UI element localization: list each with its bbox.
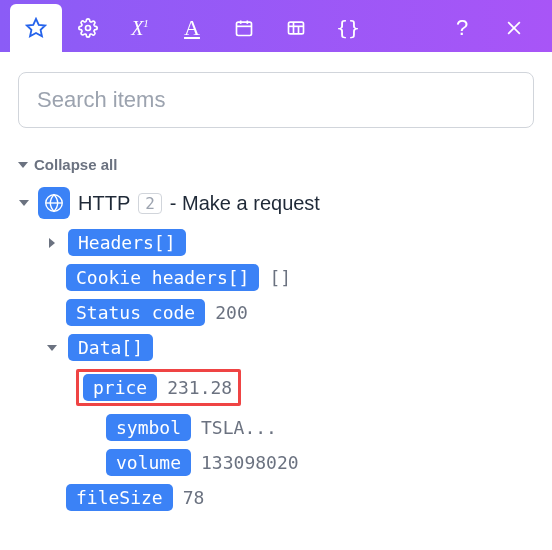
svg-marker-0 bbox=[27, 19, 45, 36]
search-input[interactable] bbox=[18, 72, 534, 128]
toolbar: X1 A {} ? bbox=[0, 0, 552, 52]
cookie-row[interactable]: Cookie headers[] [] bbox=[66, 264, 534, 291]
filesize-value: 78 bbox=[183, 487, 205, 508]
svg-rect-2 bbox=[237, 22, 252, 35]
close-button[interactable] bbox=[488, 4, 540, 52]
font-icon: A bbox=[184, 15, 200, 41]
symbol-value: TSLA... bbox=[201, 417, 277, 438]
variable-icon: X1 bbox=[131, 17, 149, 40]
svg-point-1 bbox=[86, 26, 91, 31]
http-suffix: - Make a request bbox=[170, 192, 320, 215]
content: Collapse all HTTP 2 - Make a request Hea… bbox=[0, 52, 552, 511]
data-pill[interactable]: Data[] bbox=[68, 334, 153, 361]
caret-down-icon bbox=[18, 162, 28, 168]
tree: HTTP 2 - Make a request Headers[] Cookie… bbox=[18, 187, 534, 511]
tab-braces[interactable]: {} bbox=[322, 4, 374, 52]
price-highlight: price 231.28 bbox=[76, 369, 241, 406]
symbol-pill[interactable]: symbol bbox=[106, 414, 191, 441]
status-row[interactable]: Status code 200 bbox=[66, 299, 534, 326]
caret-right-icon bbox=[49, 238, 55, 248]
headers-pill[interactable]: Headers[] bbox=[68, 229, 186, 256]
filesize-row[interactable]: fileSize 78 bbox=[66, 484, 534, 511]
volume-row[interactable]: volume 133098020 bbox=[106, 449, 534, 476]
tab-font[interactable]: A bbox=[166, 4, 218, 52]
http-node[interactable]: HTTP 2 - Make a request bbox=[18, 187, 534, 219]
price-row[interactable]: price 231.28 bbox=[76, 369, 534, 406]
status-pill[interactable]: Status code bbox=[66, 299, 205, 326]
data-row[interactable]: Data[] bbox=[46, 334, 534, 361]
help-button[interactable]: ? bbox=[436, 4, 488, 52]
svg-rect-9 bbox=[289, 22, 304, 34]
help-icon: ? bbox=[456, 15, 468, 41]
cookie-pill[interactable]: Cookie headers[] bbox=[66, 264, 259, 291]
tab-variable[interactable]: X1 bbox=[114, 4, 166, 52]
volume-value: 133098020 bbox=[201, 452, 299, 473]
collapse-all-label: Collapse all bbox=[34, 156, 117, 173]
tab-settings[interactable] bbox=[62, 4, 114, 52]
caret-down-icon bbox=[19, 200, 29, 206]
tab-star[interactable] bbox=[10, 4, 62, 52]
cookie-value: [] bbox=[269, 267, 291, 288]
status-value: 200 bbox=[215, 302, 248, 323]
tab-calendar[interactable] bbox=[218, 4, 270, 52]
headers-row[interactable]: Headers[] bbox=[46, 229, 534, 256]
volume-pill[interactable]: volume bbox=[106, 449, 191, 476]
globe-icon bbox=[38, 187, 70, 219]
filesize-pill[interactable]: fileSize bbox=[66, 484, 173, 511]
caret-down-icon bbox=[47, 345, 57, 351]
symbol-row[interactable]: symbol TSLA... bbox=[106, 414, 534, 441]
collapse-all[interactable]: Collapse all bbox=[18, 156, 534, 173]
http-count: 2 bbox=[138, 193, 162, 214]
http-label: HTTP bbox=[78, 192, 130, 215]
price-pill[interactable]: price bbox=[83, 374, 157, 401]
price-value: 231.28 bbox=[167, 377, 232, 398]
braces-icon: {} bbox=[336, 16, 360, 40]
tab-table[interactable] bbox=[270, 4, 322, 52]
